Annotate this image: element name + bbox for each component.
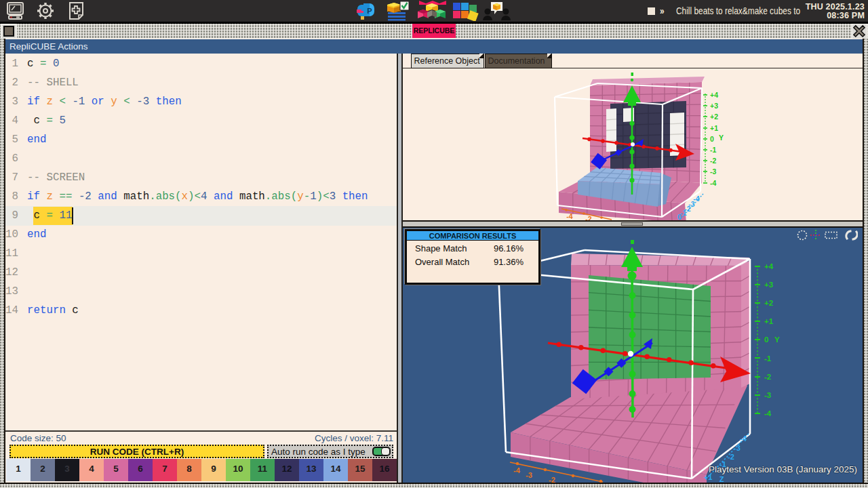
svg-text:-2: -2	[585, 215, 591, 220]
svg-text:0: 0	[710, 135, 714, 143]
svg-text:Z: Z	[719, 475, 724, 483]
svg-text:-2: -2	[764, 373, 771, 381]
svg-text:-1: -1	[710, 146, 716, 154]
svg-text:-4: -4	[710, 179, 716, 187]
svg-text:+2: +2	[764, 299, 773, 307]
svg-text:Y: Y	[774, 336, 780, 344]
svg-text:-2: -2	[710, 157, 716, 165]
svg-text:+3: +3	[764, 281, 773, 289]
svg-text:+4: +4	[710, 91, 718, 99]
svg-text:-1: -1	[764, 354, 772, 363]
svg-text:-4: -4	[764, 409, 772, 418]
svg-text:Y: Y	[719, 134, 724, 142]
svg-text:-4: -4	[566, 212, 572, 220]
svg-text:0: 0	[764, 336, 768, 344]
svg-text:-3: -3	[734, 444, 741, 452]
svg-text:-3: -3	[710, 167, 716, 176]
svg-text:-2: -2	[549, 476, 555, 483]
svg-text:-3: -3	[764, 391, 771, 399]
svg-text:-4: -4	[513, 466, 521, 474]
svg-text:P: P	[367, 7, 372, 15]
svg-text:+4: +4	[764, 262, 774, 270]
svg-text:+1: +1	[710, 124, 718, 132]
svg-text:+2: +2	[710, 113, 718, 121]
svg-text:-2: -2	[728, 453, 734, 461]
svg-text:-3: -3	[526, 471, 532, 479]
svg-text:0: 0	[677, 213, 682, 220]
svg-text:-4: -4	[740, 434, 747, 443]
svg-text:+3: +3	[710, 102, 718, 110]
svg-text:+1: +1	[764, 317, 774, 325]
